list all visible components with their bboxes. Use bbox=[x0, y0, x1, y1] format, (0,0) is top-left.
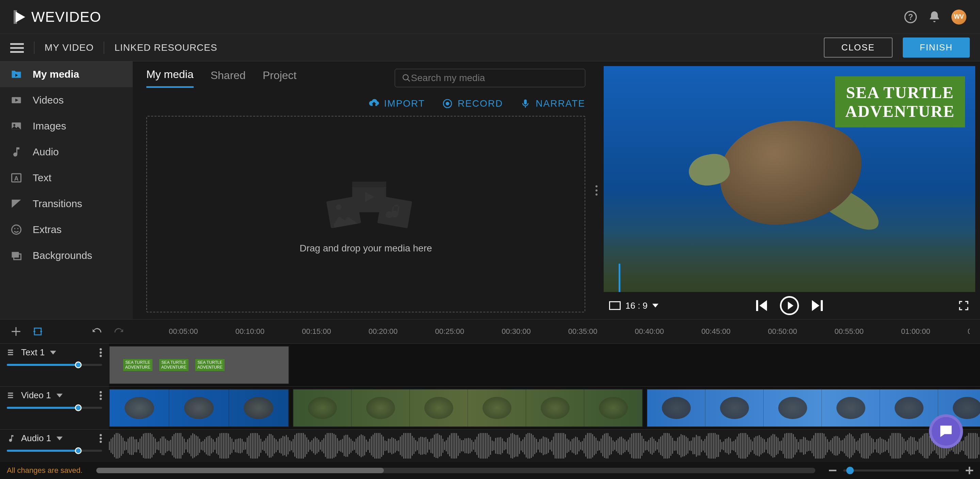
track-content[interactable]: SEA TURTLEADVENTURE SEA TURTLEADVENTURE … bbox=[109, 344, 980, 386]
svg-rect-220 bbox=[381, 435, 382, 457]
svg-rect-429 bbox=[737, 436, 738, 455]
zoom-in-button[interactable] bbox=[966, 467, 973, 474]
nav-my-video[interactable]: MY VIDEO bbox=[45, 42, 94, 53]
svg-rect-213 bbox=[369, 439, 370, 453]
sidebar-item-videos[interactable]: Videos bbox=[0, 87, 133, 113]
svg-rect-70 bbox=[126, 442, 127, 450]
svg-rect-379 bbox=[652, 437, 653, 455]
svg-rect-129 bbox=[226, 433, 227, 458]
chat-widget[interactable] bbox=[929, 414, 963, 448]
svg-rect-236 bbox=[408, 433, 409, 458]
track-volume-slider[interactable] bbox=[7, 407, 102, 409]
svg-rect-257 bbox=[444, 442, 445, 450]
svg-rect-78 bbox=[140, 439, 140, 453]
hamburger-icon[interactable] bbox=[10, 41, 24, 54]
panel-resize-handle[interactable] bbox=[595, 185, 598, 196]
svg-rect-308 bbox=[531, 434, 532, 458]
video-clip[interactable] bbox=[293, 389, 643, 427]
svg-rect-432 bbox=[742, 433, 743, 458]
play-button[interactable] bbox=[780, 296, 799, 315]
audio-clip[interactable] bbox=[109, 433, 980, 458]
svg-rect-501 bbox=[859, 438, 860, 453]
svg-rect-421 bbox=[723, 442, 724, 450]
redo-button[interactable] bbox=[113, 326, 124, 337]
record-button[interactable]: RECORD bbox=[442, 98, 503, 109]
svg-rect-230 bbox=[398, 440, 399, 452]
timeline-ruler[interactable]: 00:05:00 00:10:00 00:15:00 00:20:00 00:2… bbox=[169, 327, 970, 336]
svg-text:?: ? bbox=[908, 13, 913, 21]
svg-rect-453 bbox=[778, 438, 778, 454]
svg-rect-140 bbox=[245, 442, 246, 449]
next-frame-button[interactable] bbox=[809, 297, 826, 314]
zoom-out-button[interactable] bbox=[829, 467, 837, 474]
search-input[interactable] bbox=[411, 73, 578, 83]
svg-rect-180 bbox=[313, 439, 314, 453]
snap-toggle[interactable] bbox=[32, 326, 43, 337]
track-content[interactable] bbox=[109, 430, 980, 462]
aspect-ratio-button[interactable]: 16 : 9 bbox=[609, 300, 659, 311]
kebab-icon[interactable] bbox=[99, 348, 102, 357]
sidebar-item-images[interactable]: Images bbox=[0, 113, 133, 139]
sidebar-item-my-media[interactable]: My media bbox=[0, 61, 133, 87]
video-canvas[interactable]: SEA TURTLE ADVENTURE bbox=[604, 66, 975, 292]
svg-rect-255 bbox=[441, 435, 442, 456]
svg-rect-211 bbox=[366, 439, 367, 452]
video-clip[interactable] bbox=[646, 389, 980, 427]
svg-rect-43 bbox=[8, 351, 13, 353]
fullscreen-button[interactable] bbox=[958, 299, 970, 312]
svg-rect-167 bbox=[291, 441, 292, 450]
tab-shared[interactable]: Shared bbox=[211, 69, 246, 87]
caret-down-icon[interactable] bbox=[50, 350, 56, 356]
sidebar-item-audio[interactable]: Audio bbox=[0, 139, 133, 165]
zoom-slider[interactable] bbox=[843, 469, 959, 471]
media-dropzone[interactable]: Drag and drop your media here bbox=[146, 116, 585, 312]
svg-rect-565 bbox=[968, 433, 969, 458]
bell-icon[interactable] bbox=[928, 10, 941, 24]
track-content[interactable] bbox=[109, 387, 980, 429]
add-track-button[interactable] bbox=[10, 326, 22, 337]
sidebar-item-text[interactable]: A Text bbox=[0, 165, 133, 191]
svg-rect-138 bbox=[242, 439, 243, 452]
undo-button[interactable] bbox=[91, 326, 103, 337]
track-volume-slider[interactable] bbox=[7, 450, 102, 452]
logo[interactable]: WEVIDEO bbox=[14, 9, 101, 25]
text-clip[interactable]: SEA TURTLEADVENTURE SEA TURTLEADVENTURE … bbox=[109, 346, 289, 384]
kebab-icon[interactable] bbox=[99, 434, 102, 443]
prev-frame-button[interactable] bbox=[753, 297, 770, 314]
avatar[interactable]: WV bbox=[951, 10, 966, 24]
finish-button[interactable]: FINISH bbox=[903, 37, 970, 57]
svg-rect-350 bbox=[602, 435, 603, 457]
timeline-scrollbar[interactable] bbox=[96, 468, 815, 473]
svg-rect-340 bbox=[585, 435, 586, 457]
svg-rect-207 bbox=[359, 436, 360, 456]
svg-rect-571 bbox=[978, 437, 979, 455]
track-opacity-slider[interactable] bbox=[7, 364, 102, 366]
video-clip[interactable] bbox=[109, 389, 289, 427]
svg-rect-534 bbox=[915, 441, 916, 451]
svg-rect-300 bbox=[517, 435, 518, 457]
import-button[interactable]: IMPORT bbox=[369, 98, 425, 109]
svg-rect-422 bbox=[725, 439, 726, 453]
narrate-button[interactable]: NARRATE bbox=[520, 98, 585, 109]
aspect-icon bbox=[609, 301, 620, 310]
sidebar-item-backgrounds[interactable]: Backgrounds bbox=[0, 243, 133, 268]
svg-rect-414 bbox=[711, 433, 712, 458]
search-input-wrap[interactable] bbox=[395, 69, 585, 87]
sidebar-item-transitions[interactable]: Transitions bbox=[0, 191, 133, 217]
tab-project[interactable]: Project bbox=[263, 69, 297, 87]
kebab-icon[interactable] bbox=[99, 391, 102, 400]
close-button[interactable]: CLOSE bbox=[824, 37, 892, 57]
help-icon[interactable]: ? bbox=[904, 10, 917, 24]
nav-linked-resources[interactable]: LINKED RESOURCES bbox=[115, 42, 217, 53]
caret-down-icon[interactable] bbox=[56, 393, 63, 399]
svg-rect-537 bbox=[920, 437, 921, 454]
svg-rect-157 bbox=[274, 438, 275, 454]
svg-rect-299 bbox=[515, 435, 517, 457]
sidebar-item-extras[interactable]: Extras bbox=[0, 217, 133, 243]
svg-rect-333 bbox=[573, 438, 574, 453]
tab-my-media[interactable]: My media bbox=[146, 68, 194, 88]
cloud-upload-icon bbox=[369, 98, 379, 109]
caret-down-icon[interactable] bbox=[56, 435, 63, 442]
svg-rect-343 bbox=[590, 433, 592, 458]
music-icon bbox=[7, 434, 16, 443]
